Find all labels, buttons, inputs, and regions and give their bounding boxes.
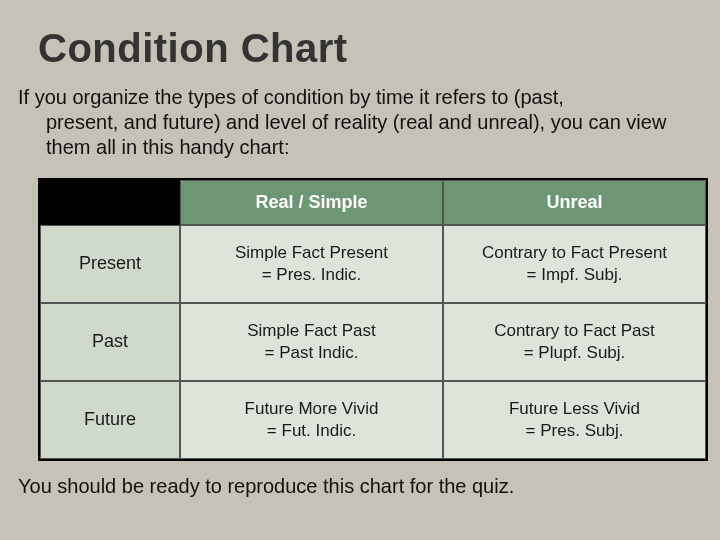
table-cell: Simple Fact Present = Pres. Indic. [180, 225, 443, 303]
cell-top: Simple Fact Past [247, 320, 376, 341]
cell-top: Simple Fact Present [235, 242, 388, 263]
cell-bot: = Pres. Indic. [262, 264, 362, 285]
page-title: Condition Chart [38, 26, 702, 71]
table-cell: Future More Vivid = Fut. Indic. [180, 381, 443, 459]
table-header-real: Real / Simple [180, 180, 443, 225]
cell-top: Future Less Vivid [509, 398, 640, 419]
intro-line-1: If you organize the types of condition b… [18, 86, 564, 108]
cell-top: Contrary to Fact Present [482, 242, 667, 263]
table-rowhdr-future: Future [40, 381, 180, 459]
table-header-blank [40, 180, 180, 225]
table-cell: Contrary to Fact Past = Plupf. Subj. [443, 303, 706, 381]
cell-bot: = Fut. Indic. [267, 420, 356, 441]
cell-bot: = Past Indic. [264, 342, 358, 363]
table-header-unreal: Unreal [443, 180, 706, 225]
table-rowhdr-present: Present [40, 225, 180, 303]
cell-bot: = Plupf. Subj. [524, 342, 626, 363]
slide: Condition Chart If you organize the type… [0, 0, 720, 540]
cell-top: Contrary to Fact Past [494, 320, 655, 341]
table-rowhdr-past: Past [40, 303, 180, 381]
cell-bot: = Impf. Subj. [527, 264, 623, 285]
cell-bot: = Pres. Subj. [526, 420, 624, 441]
intro-line-rest: present, and future) and level of realit… [18, 110, 692, 160]
cell-top: Future More Vivid [245, 398, 379, 419]
table-cell: Contrary to Fact Present = Impf. Subj. [443, 225, 706, 303]
intro-text: If you organize the types of condition b… [18, 85, 692, 160]
table-cell: Simple Fact Past = Past Indic. [180, 303, 443, 381]
table-cell: Future Less Vivid = Pres. Subj. [443, 381, 706, 459]
footer-text: You should be ready to reproduce this ch… [18, 475, 702, 498]
condition-table: Real / Simple Unreal Present Simple Fact… [38, 178, 708, 461]
